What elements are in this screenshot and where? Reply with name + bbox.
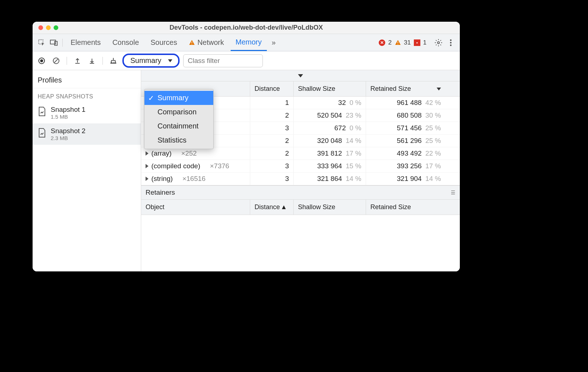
window-title: DevTools - codepen.io/web-dot-dev/live/P… (33, 24, 460, 31)
hamburger-icon[interactable]: ☰ (451, 190, 455, 195)
perspective-select[interactable]: Summary (122, 54, 180, 68)
tabs-overflow-icon[interactable]: » (268, 37, 279, 48)
row-shallow-pct: 0 % (349, 99, 361, 107)
row-name: (string) (151, 175, 173, 183)
zoom-window-btn[interactable] (54, 25, 58, 30)
row-shallow: 321 864 (317, 175, 342, 183)
svg-line-14 (54, 59, 58, 63)
sort-asc-icon: ▲ (281, 203, 287, 211)
svg-point-7 (437, 42, 440, 44)
heap-grid: Summary Comparison Containment Statistic… (141, 70, 460, 271)
row-distance: 2 (250, 135, 293, 147)
device-toolbar-icon[interactable] (49, 37, 59, 48)
sidebar-title: Profiles (33, 70, 141, 88)
filter-bar[interactable] (141, 70, 460, 81)
chevron-down-icon (168, 59, 172, 62)
separator (102, 57, 103, 65)
row-distance: 2 (250, 109, 293, 122)
col-retained[interactable]: Retained Size (366, 81, 445, 96)
svg-point-8 (450, 39, 452, 41)
svg-rect-4 (192, 44, 192, 45)
tab-console[interactable]: Console (107, 34, 144, 51)
dropdown-item-comparison[interactable]: Comparison (144, 105, 213, 119)
row-shallow-pct: 15 % (346, 162, 361, 170)
grid-row[interactable]: (array) ×252 2 391 81217 % 493 49222 % (141, 147, 460, 160)
row-shallow: 672 (335, 124, 346, 132)
col-distance[interactable]: Distance (250, 81, 293, 96)
close-window-btn[interactable] (38, 25, 43, 30)
content: Profiles HEAP SNAPSHOTS Snapshot 11.5 MB… (33, 70, 460, 271)
separator (67, 57, 67, 65)
memory-toolbar: Summary (33, 51, 460, 70)
grid-row[interactable]: (string) ×16516 3 321 86414 % 321 90414 … (141, 173, 460, 185)
error-count[interactable]: 2 (387, 39, 393, 46)
dropdown-item-containment[interactable]: Containment (144, 119, 213, 133)
tab-sources[interactable]: Sources (146, 34, 182, 51)
retainers-body (141, 215, 460, 240)
warning-icon[interactable] (395, 39, 401, 46)
panel-tabbar: Elements Console Sources Network Memory … (33, 34, 460, 51)
row-retained: 493 492 (397, 149, 422, 157)
class-filter-input[interactable] (183, 54, 263, 67)
expand-icon[interactable] (146, 177, 148, 181)
col-shallow[interactable]: Shallow Size (293, 81, 366, 96)
snapshot-item[interactable]: Snapshot 22.3 MB (33, 123, 141, 145)
retainers-title: Retainers (146, 189, 175, 196)
row-name: (compiled code) (151, 162, 200, 170)
retainers-header: Object Distance▲ Shallow Size Retained S… (141, 200, 460, 215)
row-retained-pct: 17 % (425, 162, 441, 170)
tab-network-label: Network (197, 38, 224, 47)
dropdown-item-statistics[interactable]: Statistics (144, 133, 213, 147)
window-controls (33, 25, 58, 30)
svg-point-9 (450, 42, 452, 43)
record-icon[interactable] (36, 55, 47, 66)
col-retained[interactable]: Retained Size (366, 200, 445, 215)
col-distance[interactable]: Distance▲ (250, 200, 293, 215)
svg-rect-5 (398, 42, 398, 43)
titlebar: DevTools - codepen.io/web-dot-dev/live/P… (33, 22, 460, 34)
col-shallow[interactable]: Shallow Size (293, 200, 366, 215)
row-shallow-pct: 14 % (346, 175, 361, 183)
upload-icon[interactable] (72, 55, 83, 66)
devtools-window: DevTools - codepen.io/web-dot-dev/live/P… (33, 22, 460, 271)
row-shallow-pct: 0 % (349, 124, 361, 132)
warning-icon (189, 39, 195, 46)
tab-elements[interactable]: Elements (66, 34, 106, 51)
snapshot-item[interactable]: Snapshot 11.5 MB (33, 102, 141, 123)
row-count: ×7376 (210, 162, 229, 170)
row-shallow: 320 048 (317, 137, 342, 145)
col-retained-label: Retained Size (370, 85, 411, 93)
download-icon[interactable] (87, 55, 97, 66)
kebab-menu-icon[interactable] (445, 37, 456, 48)
snapshot-name: Snapshot 2 (51, 127, 85, 135)
expand-icon[interactable] (146, 151, 148, 156)
row-distance: 1 (250, 97, 293, 109)
gc-broom-icon[interactable] (108, 55, 119, 66)
settings-gear-icon[interactable] (433, 37, 444, 48)
minimize-window-btn[interactable] (46, 25, 51, 30)
dropdown-item-summary[interactable]: Summary (144, 91, 213, 105)
clear-icon[interactable] (51, 55, 62, 66)
grid-row[interactable]: (compiled code) ×7376 3 333 96415 % 393 … (141, 160, 460, 173)
retainers-title-bar: Retainers ☰ (141, 186, 460, 200)
chevron-down-icon (298, 74, 303, 77)
row-shallow-pct: 14 % (346, 137, 361, 145)
row-distance: 2 (250, 147, 293, 160)
warning-count[interactable]: 31 (403, 39, 412, 46)
tab-network[interactable]: Network (184, 34, 229, 51)
inspect-element-icon[interactable] (36, 37, 47, 48)
issues-icon[interactable]: ▪ (414, 39, 420, 46)
row-retained: 561 296 (397, 137, 422, 145)
row-retained: 961 488 (397, 99, 422, 107)
error-icon[interactable]: ✕ (379, 39, 385, 46)
tab-memory[interactable]: Memory (231, 34, 267, 51)
row-shallow: 333 964 (317, 162, 342, 170)
row-shallow: 391 812 (317, 149, 342, 157)
expand-icon[interactable] (146, 164, 148, 168)
col-object[interactable]: Object (141, 200, 250, 215)
row-distance: 3 (250, 173, 293, 185)
perspective-dropdown: Summary Comparison Containment Statistic… (144, 89, 214, 149)
col-distance-label: Distance (255, 203, 280, 211)
issues-count[interactable]: 1 (422, 39, 428, 46)
row-count: ×252 (181, 149, 197, 157)
